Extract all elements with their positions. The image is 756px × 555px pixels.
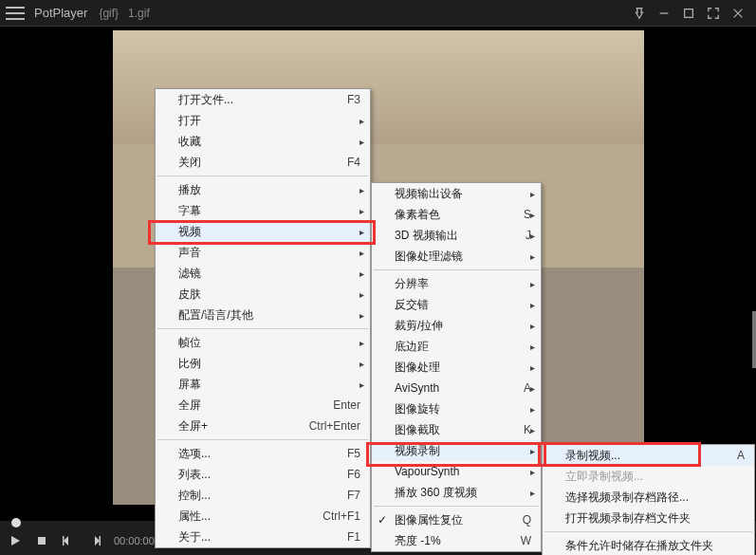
prev-button[interactable] — [57, 529, 80, 552]
menu-skin[interactable]: 皮肤▸ — [156, 284, 370, 305]
svg-marker-6 — [64, 536, 68, 546]
menu-open-path[interactable]: 打开视频录制存档文件夹 — [543, 508, 754, 528]
menu-close[interactable]: 关闭F4 — [156, 152, 370, 173]
maximize-button[interactable] — [676, 2, 701, 25]
menu-playlist[interactable]: 列表...F6 — [156, 464, 370, 485]
menu-vapoursynth[interactable]: VapourSynth▸ — [372, 461, 541, 482]
menu-deinterlace[interactable]: 反交错▸ — [372, 294, 541, 315]
menu-subtitle[interactable]: 字幕▸ — [156, 200, 370, 221]
context-menu-video: 视频输出设备▸ 像素着色S▸ 3D 视频输出J▸ 图像处理滤镜▸ 分辨率▸ 反交… — [371, 182, 542, 552]
menu-properties[interactable]: 属性...Ctrl+F1 — [156, 506, 370, 527]
menu-playback[interactable]: 播放▸ — [156, 179, 370, 200]
menu-record-video[interactable]: 录制视频...A — [543, 445, 754, 466]
menu-open[interactable]: 打开▸ — [156, 110, 370, 131]
app-name: PotPlayer — [34, 6, 87, 20]
menu-record[interactable]: 视频录制▸ — [372, 440, 541, 461]
menu-3d-output[interactable]: 3D 视频输出J▸ — [372, 225, 541, 246]
hamburger-icon[interactable] — [6, 4, 25, 23]
menu-play-360[interactable]: 播放 360 度视频▸ — [372, 482, 541, 503]
pin-icon[interactable] — [627, 2, 652, 25]
menu-control[interactable]: 控制...F7 — [156, 485, 370, 506]
svg-marker-8 — [95, 536, 100, 546]
play-button[interactable] — [4, 529, 27, 552]
titlebar: PotPlayer {gif} 1.gif — [0, 0, 756, 27]
side-handle[interactable] — [752, 311, 756, 368]
menu-select-path[interactable]: 选择视频录制存档路径... — [543, 487, 754, 508]
minimize-button[interactable] — [652, 2, 676, 25]
menu-ratio[interactable]: 比例▸ — [156, 353, 370, 374]
menu-screen[interactable]: 屏幕▸ — [156, 374, 370, 395]
svg-rect-1 — [685, 9, 693, 17]
menu-fullscreen-plus[interactable]: 全屏+Ctrl+Enter — [156, 416, 370, 436]
menu-config[interactable]: 配置/语言/其他▸ — [156, 305, 370, 325]
svg-marker-4 — [11, 536, 20, 546]
context-menu-record: 录制视频...A 立即录制视频... 选择视频录制存档路径... 打开视频录制存… — [542, 444, 755, 555]
menu-fullscreen[interactable]: 全屏Enter — [156, 395, 370, 416]
menu-resolution[interactable]: 分辨率▸ — [372, 273, 541, 294]
menu-crop-stretch[interactable]: 裁剪/拉伸▸ — [372, 315, 541, 336]
menu-allow-play-folder[interactable]: 条件允许时储存在播放文件夹 — [543, 535, 754, 555]
menu-favorites[interactable]: 收藏▸ — [156, 131, 370, 152]
time-label: 00:00:00 — [114, 535, 155, 546]
svg-rect-9 — [100, 536, 101, 546]
filename: 1.gif — [128, 7, 150, 20]
next-button[interactable] — [83, 529, 106, 552]
menu-image-proc[interactable]: 图像处理▸ — [372, 357, 541, 378]
menu-reset-props[interactable]: ✓图像属性复位Q — [372, 509, 541, 530]
menu-capture[interactable]: 图像截取K▸ — [372, 419, 541, 440]
menu-fps[interactable]: 帧位▸ — [156, 332, 370, 353]
menu-options[interactable]: 选项...F5 — [156, 443, 370, 464]
menu-about[interactable]: 关于...F1 — [156, 527, 370, 547]
fullscreen-button[interactable] — [701, 2, 726, 25]
menu-video[interactable]: 视频▸ — [156, 221, 370, 242]
menu-filter[interactable]: 滤镜▸ — [156, 263, 370, 284]
context-menu-main: 打开文件...F3 打开▸ 收藏▸ 关闭F4 播放▸ 字幕▸ 视频▸ 声音▸ 滤… — [155, 88, 371, 548]
menu-open-file[interactable]: 打开文件...F3 — [156, 89, 370, 110]
menu-margin[interactable]: 底边距▸ — [372, 336, 541, 357]
progress-knob[interactable] — [11, 518, 21, 527]
menu-brightness[interactable]: 亮度 -1%W — [372, 530, 541, 551]
menu-audio[interactable]: 声音▸ — [156, 242, 370, 263]
menu-image-filter[interactable]: 图像处理滤镜▸ — [372, 246, 541, 267]
menu-rotate[interactable]: 图像旋转▸ — [372, 398, 541, 419]
menu-output-device[interactable]: 视频输出设备▸ — [372, 183, 541, 204]
menu-record-now[interactable]: 立即录制视频... — [543, 466, 754, 487]
stop-button[interactable] — [30, 529, 53, 552]
close-button[interactable] — [726, 2, 750, 25]
svg-rect-5 — [38, 537, 46, 545]
menu-pixel-shader[interactable]: 像素着色S▸ — [372, 204, 541, 225]
svg-rect-7 — [63, 536, 65, 546]
menu-avisynth[interactable]: AviSynthA▸ — [372, 378, 541, 398]
format-meta: {gif} — [99, 7, 119, 20]
